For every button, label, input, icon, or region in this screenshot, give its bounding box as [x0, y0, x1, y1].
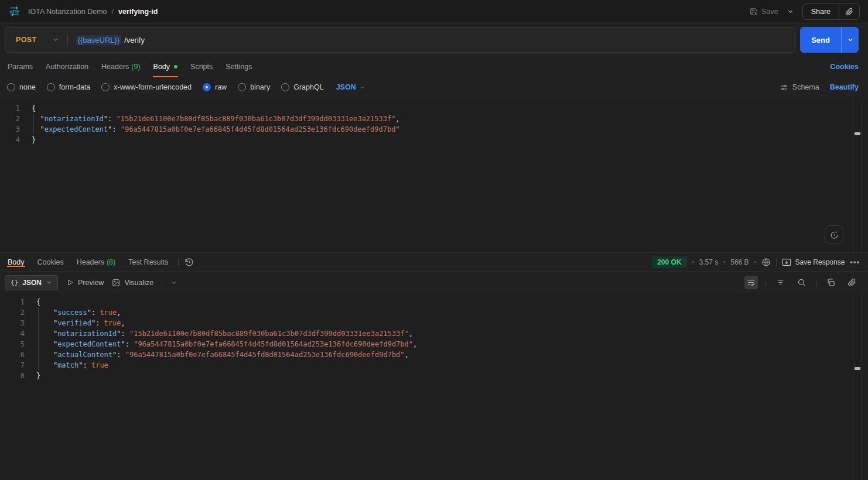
line-number: 8 — [0, 371, 25, 381]
request-tab-authorization[interactable]: Authorization — [40, 56, 94, 77]
meta-divider — [776, 258, 777, 266]
save-options-chevron-button[interactable] — [787, 8, 794, 15]
request-tab-headers[interactable]: Headers(9) — [95, 56, 146, 77]
breadcrumb-workspace[interactable]: IOTA Notarization Demo — [28, 8, 107, 16]
code-line-8[interactable]: 8} — [0, 371, 868, 381]
filter-icon[interactable] — [774, 276, 787, 289]
line-number: 4 — [0, 135, 20, 145]
request-tab-params[interactable]: Params — [2, 56, 39, 77]
radio-icon — [281, 83, 289, 91]
code-line-7[interactable]: 7 "match": true — [0, 360, 868, 371]
code-line-1[interactable]: 1{ — [0, 297, 868, 307]
body-mode-x-www-form-urlencoded[interactable]: x-www-form-urlencoded — [101, 83, 192, 91]
save-response-label: Save Response — [795, 258, 845, 266]
body-mode-none[interactable]: none — [7, 83, 36, 91]
response-header: BodyCookiesHeaders(8)Test Results 200 OK… — [0, 253, 868, 272]
response-format-label: JSON — [22, 279, 42, 287]
preview-button[interactable]: Preview — [66, 279, 104, 287]
code-line-5[interactable]: 5 "expectedContent": "96a5447815a0bf0e7e… — [0, 339, 868, 349]
code-line-6[interactable]: 6 "actualContent": "96a5447815a0bf0e7efa… — [0, 349, 868, 360]
status-badge[interactable]: 200 OK — [652, 256, 686, 268]
schema-label: Schema — [792, 83, 819, 91]
body-mode-options: noneform-datax-www-form-urlencodedrawbin… — [7, 83, 365, 91]
share-button[interactable]: Share — [803, 4, 839, 19]
body-mode-binary[interactable]: binary — [238, 83, 270, 91]
schema-button[interactable]: Schema — [780, 83, 819, 92]
response-format-selector[interactable]: {} JSON — [5, 275, 58, 290]
preview-label: Preview — [78, 279, 104, 287]
language-selector[interactable]: JSON — [336, 83, 365, 91]
save-icon — [750, 8, 758, 16]
url-input[interactable]: {{baseURL}} /verify — [76, 35, 145, 45]
beautify-button[interactable]: Beautify — [830, 83, 859, 91]
search-icon[interactable] — [795, 276, 808, 289]
link-icon[interactable] — [845, 276, 859, 289]
response-time[interactable]: 3.57 s — [699, 258, 719, 266]
scrollbar-handle[interactable] — [855, 132, 860, 135]
response-editor-scrollbar[interactable] — [853, 293, 862, 480]
method-chevron-icon — [52, 36, 59, 43]
http-request-icon: HTTP — [8, 6, 21, 16]
method-label: POST — [16, 36, 37, 44]
method-selector[interactable]: POST — [5, 36, 67, 44]
response-tab-headers[interactable]: Headers(8) — [71, 258, 122, 266]
breadcrumb-separator: / — [112, 8, 114, 16]
visualize-options-chevron[interactable] — [170, 279, 177, 286]
svg-text:HTTP: HTTP — [10, 10, 20, 14]
breadcrumb: IOTA Notarization Demo / verifying-id — [28, 8, 158, 16]
request-history-icon[interactable] — [184, 258, 194, 267]
send-button-group: Send — [800, 27, 859, 53]
save-response-icon — [782, 258, 791, 266]
body-mode-graphql[interactable]: GraphQL — [281, 83, 323, 91]
request-tab-scripts[interactable]: Scripts — [184, 56, 218, 77]
toolbar-divider — [162, 279, 162, 287]
request-editor-scrollbar[interactable] — [853, 97, 862, 252]
line-number: 3 — [0, 124, 20, 135]
request-body-editor[interactable]: 1{2 "notarizationId": "15b21de61100e7b80… — [0, 97, 868, 253]
url-variable-chip[interactable]: {{baseURL}} — [76, 35, 122, 45]
line-number: 7 — [0, 360, 25, 371]
more-options-button[interactable]: ••• — [850, 258, 860, 266]
body-mode-raw[interactable]: raw — [203, 83, 227, 91]
copy-link-button[interactable] — [839, 4, 859, 19]
save-response-button[interactable]: Save Response — [782, 258, 845, 266]
response-size[interactable]: 566 B — [730, 258, 749, 266]
radio-icon — [101, 83, 110, 91]
braces-icon: {} — [11, 279, 18, 286]
response-toolbar: {} JSON Preview Visualize — [0, 272, 868, 293]
code-line-3[interactable]: 3 "expectedContent": "96a5447815a0bf0e7e… — [0, 124, 868, 135]
response-tab-cookies[interactable]: Cookies — [32, 258, 70, 266]
code-line-4[interactable]: 4 "notarizationId": "15b21de61100e7b80df… — [0, 328, 868, 339]
radio-icon — [203, 83, 211, 91]
breadcrumb-request-name[interactable]: verifying-id — [118, 8, 158, 16]
save-button[interactable]: Save — [750, 8, 778, 16]
response-tab-test-results[interactable]: Test Results — [122, 258, 174, 266]
request-tab-settings[interactable]: Settings — [220, 56, 258, 77]
code-line-3[interactable]: 3 "verified": true, — [0, 318, 868, 328]
request-tab-body[interactable]: Body — [148, 56, 184, 77]
scrollbar-handle[interactable] — [855, 367, 860, 370]
postman-app: HTTP IOTA Notarization Demo / verifying-… — [0, 0, 868, 480]
body-mode-row: noneform-datax-www-form-urlencodedrawbin… — [0, 77, 868, 97]
code-line-1[interactable]: 1{ — [0, 103, 868, 114]
postbot-ai-button[interactable] — [825, 225, 843, 244]
body-mode-form-data[interactable]: form-data — [47, 83, 91, 91]
response-tab-body[interactable]: Body — [2, 258, 30, 266]
visualize-button[interactable]: Visualize — [112, 279, 153, 287]
send-button[interactable]: Send — [800, 27, 841, 53]
code-line-4[interactable]: 4} — [0, 135, 868, 145]
copy-icon[interactable] — [824, 276, 838, 289]
response-body-editor[interactable]: 1{2 "success": true,3 "verified": true,4… — [0, 293, 868, 480]
cookies-link[interactable]: Cookies — [830, 56, 859, 77]
request-url-row: POST {{baseURL}} /verify Send — [0, 23, 868, 56]
line-number: 4 — [0, 328, 25, 339]
send-options-chevron-button[interactable] — [841, 27, 859, 53]
code-line-2[interactable]: 2 "success": true, — [0, 307, 868, 318]
code-line-2[interactable]: 2 "notarizationId": "15b21de61100e7b80df… — [0, 114, 868, 124]
network-globe-icon[interactable] — [761, 258, 771, 267]
wrap-text-button[interactable] — [744, 276, 758, 289]
toolbar-divider — [816, 279, 816, 287]
line-number: 2 — [0, 307, 25, 318]
response-tabs: BodyCookiesHeaders(8)Test Results — [1, 258, 175, 266]
radio-icon — [7, 83, 15, 91]
